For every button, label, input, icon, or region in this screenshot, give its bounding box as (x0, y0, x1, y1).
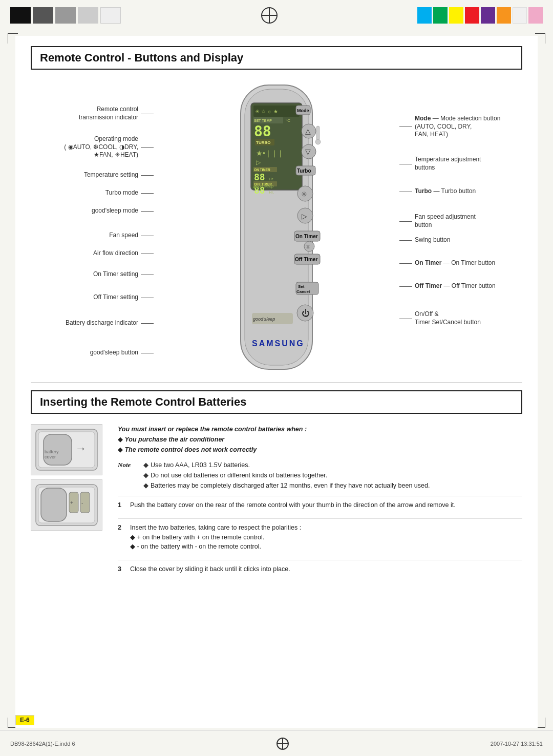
print-marks-top (0, 0, 553, 31)
print-marks-bottom: DB98-28642A(1)-E.indd 6 2007-10-27 13:31… (0, 730, 553, 756)
step-text-2: Insert the two batteries, taking care to… (130, 524, 301, 531)
section2-title: Inserting the Remote Control Batteries (40, 395, 513, 409)
svg-point-28 (315, 139, 321, 144)
svg-text:→: → (75, 442, 87, 455)
label-ontimer-setting: On Timer setting (31, 270, 138, 279)
label-fan-speed: Fan speed (31, 232, 138, 240)
svg-rect-27 (316, 126, 320, 140)
step-text-1: Push the battery cover on the rear of th… (130, 500, 456, 510)
section2-header: Inserting the Remote Control Batteries (31, 390, 522, 414)
label-temp-adjust: Temperature adjustmentbuttons (415, 156, 522, 172)
remote-control-image: ☀ ☆ ☼ ★ SET TEMP °C 88 TURBO ★•❘❘❘ ▷ (210, 80, 343, 379)
svg-text:Turbo: Turbo (297, 168, 311, 174)
svg-text:battery: battery (45, 449, 59, 454)
svg-text:TURBO: TURBO (256, 140, 270, 145)
label-transmission: Remote controltransmission indicator (31, 106, 138, 121)
note-items: ◆Use two AAA, LR03 1.5V batteries. ◆Do n… (143, 460, 522, 491)
battery-image-1: → battery cover (31, 424, 102, 475)
step-content-2: Insert the two batteries, taking care to… (130, 523, 301, 552)
label-swing-btn: Swing button (415, 236, 522, 244)
svg-text:-: - (81, 500, 83, 506)
svg-rect-22 (253, 186, 258, 188)
svg-text:☀ ☆ ☼ ★: ☀ ☆ ☼ ★ (255, 109, 278, 114)
step-sub-2-1: ◆ + on the battery with + on the remote … (130, 534, 264, 541)
remote-diagram-area: Remote controltransmission indicator Ope… (31, 80, 522, 367)
svg-text:△: △ (305, 127, 311, 135)
label-airflow: Air flow direction (31, 249, 138, 258)
svg-rect-59 (41, 488, 67, 521)
note-section: Note ◆Use two AAA, LR03 1.5V batteries. … (118, 460, 522, 491)
page-badge: E-6 (15, 715, 34, 725)
svg-text:▷: ▷ (256, 159, 261, 166)
batteries-bullet2: ◆ The remote control does not work corre… (118, 445, 522, 455)
label-offtimer-setting: Off Timer setting (31, 293, 138, 302)
step-sub-2-2: ◆ - on the battery with - on the remote … (130, 543, 261, 550)
step-3: 3 Close the cover by sliding it back unt… (118, 560, 522, 578)
file-info: DB98-28642A(1)-E.indd 6 (10, 741, 75, 747)
svg-text:°C: °C (286, 118, 290, 123)
label-goodsleep-btn: good'sleep button (31, 349, 138, 357)
registration-mark-bottom (276, 738, 289, 750)
registration-mark (261, 7, 278, 24)
section1-header: Remote Control - Buttons and Display (31, 46, 522, 70)
svg-text:★•❘❘❘: ★•❘❘❘ (256, 149, 284, 158)
battery-images: → battery cover + - (31, 424, 108, 582)
svg-text:cover: cover (45, 454, 56, 459)
label-battery: Battery discharge indicator (31, 319, 138, 327)
label-temp-setting: Temperature setting (31, 171, 138, 179)
note-label: Note (118, 460, 138, 491)
svg-text:Hr.: Hr. (269, 190, 274, 195)
step-num-1: 1 (118, 500, 126, 510)
note-item-2: ◆Do not use old batteries or different k… (143, 470, 522, 480)
svg-text:88: 88 (254, 123, 271, 140)
label-fanspeed-btn: Fan speed adjustmentbutton (415, 213, 522, 229)
svg-text:Hr.: Hr. (269, 177, 274, 181)
batteries-section: Inserting the Remote Control Batteries →… (31, 382, 522, 582)
battery-instructions: You must insert or replace the remote co… (118, 424, 522, 582)
color-bars (417, 7, 543, 24)
label-turbo-mode: Turbo mode (31, 189, 138, 197)
step-text-3: Close the cover by sliding it back until… (130, 564, 290, 574)
svg-text:On Timer: On Timer (295, 234, 318, 239)
remote-control-section: Remote Control - Buttons and Display Rem… (31, 46, 522, 367)
grayscale-bars (10, 7, 121, 24)
svg-text:ON TIMER: ON TIMER (254, 168, 270, 172)
step-num-3: 3 (118, 564, 126, 574)
page-content: Remote Control - Buttons and Display Rem… (15, 36, 538, 728)
note-item-3: ◆Batteries may be completely discharged … (143, 480, 522, 491)
label-operating-mode: Operating mode( ◉AUTO, ❆COOL, ◑DRY,★FAN,… (31, 135, 138, 159)
svg-text:+: + (70, 500, 73, 506)
label-goodsleep-mode: good'sleep mode (31, 207, 138, 215)
step-num-2: 2 (118, 523, 126, 552)
label-ontimer-btn: On Timer — On Timer button (415, 259, 522, 267)
svg-text:Set: Set (298, 284, 305, 289)
label-turbo-btn: Turbo — Turbo button (415, 187, 522, 196)
svg-text:Mode: Mode (297, 108, 309, 113)
svg-text:Off Timer: Off Timer (295, 257, 317, 262)
label-mode-btn: Mode — Mode selection button(AUTO, COOL,… (415, 115, 522, 139)
svg-text:SET TEMP: SET TEMP (254, 119, 272, 122)
svg-text:88: 88 (254, 172, 265, 182)
label-setcancel-btn: On/Off &Timer Set/Cancel button (415, 310, 522, 326)
svg-text:Cancel: Cancel (296, 289, 310, 294)
svg-text:SAMSUNG: SAMSUNG (252, 339, 305, 348)
svg-text:⧖: ⧖ (306, 244, 310, 249)
date-info: 2007-10-27 13:31:51 (491, 741, 543, 747)
step-1: 1 Push the battery cover on the rear of … (118, 496, 522, 514)
svg-text:⏻: ⏻ (302, 309, 310, 318)
batteries-content: → battery cover + - (31, 424, 522, 582)
battery-image-2: + - (31, 479, 102, 531)
svg-text:✳: ✳ (301, 190, 307, 198)
note-item-1: ◆Use two AAA, LR03 1.5V batteries. (143, 460, 522, 470)
svg-text:▽: ▽ (305, 148, 311, 156)
label-offtimer-btn: Off Timer — Off Timer button (415, 282, 522, 290)
batteries-bullet1: ◆ You purchase the air conditioner (118, 434, 522, 445)
svg-text:▷: ▷ (302, 212, 307, 220)
step-2: 2 Insert the two batteries, taking care … (118, 518, 522, 556)
svg-text:good'sleep: good'sleep (253, 317, 275, 322)
section1-title: Remote Control - Buttons and Display (40, 51, 513, 65)
batteries-intro: You must insert or replace the remote co… (118, 424, 522, 434)
